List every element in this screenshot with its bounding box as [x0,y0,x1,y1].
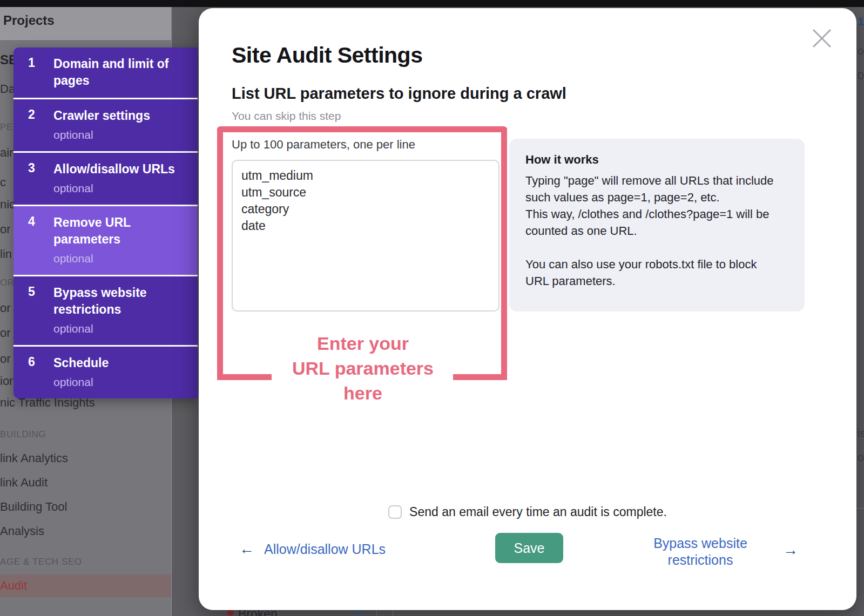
email-checkbox-row: Send an email every time an audit is com… [199,505,856,519]
background-right-divider [856,508,864,509]
email-checkbox-label: Send an email every time an audit is com… [409,505,667,519]
step-title: Schedule [53,355,178,371]
step-title: Crawler settings [53,107,178,124]
background-topbar [0,0,864,7]
step-crawler-settings[interactable]: 2 Crawler settings optional [14,99,198,151]
sidebar-item-bulk-analysis: Analysis [0,524,44,538]
sidebar-item-backlink-audit: link Audit [0,476,48,490]
background-right-fragment: o [858,44,864,57]
url-parameters-textarea[interactable]: utm_medium utm_source category date [232,160,500,312]
step-number: 6 [14,355,53,390]
step-heading: List URL parameters to ignore during a c… [232,85,566,103]
background-right-fragment: is [858,427,864,439]
sidebar-fragment: or [0,352,11,366]
how-it-works-panel: How it works Typing "page" will remove a… [509,139,805,312]
how-it-works-title: How it works [525,153,788,167]
screen: Projects SE Da PET ain c nic or lin OR o… [0,0,864,616]
sidebar-item-link-building: Building Tool [0,500,67,514]
step-bypass-website-restrictions[interactable]: 5 Bypass website restrictions optional [14,276,198,345]
sidebar-fragment: or [0,222,11,236]
how-it-works-body: Typing "page" will remove all URLs that … [525,172,788,289]
parameters-field-label: Up to 100 parameters, one per line [232,138,415,152]
step-number: 1 [14,56,53,90]
sidebar-fragment: Da [0,82,15,96]
step-title: Bypass website restrictions [53,285,178,318]
back-link-allow-disallow[interactable]: ← Allow/disallow URLs [239,540,386,558]
step-optional-label: optional [53,126,178,143]
sidebar-fragment: nic [0,198,15,212]
sidebar-section-header: AGE & TECH SEO [0,557,82,567]
arrow-right-icon: → [783,541,798,559]
email-checkbox[interactable] [388,505,402,519]
arrow-left-icon: ← [239,540,254,558]
step-optional-label: optional [53,250,178,267]
modal-title: Site Audit Settings [232,43,422,68]
site-audit-settings-modal: Site Audit Settings List URL parameters … [199,8,856,610]
step-number: 5 [14,285,53,337]
wizard-steps-panel: 1 Domain and limit of pages 2 Crawler se… [14,48,198,398]
sidebar-fragment: c [0,175,6,189]
background-right-fragment: 00 [858,69,864,82]
step-number: 3 [14,161,53,197]
step-title: Domain and limit of pages [53,56,178,89]
step-optional-label: optional [53,180,178,197]
next-link-bypass-restrictions[interactable]: Bypass website restrictions [625,535,776,568]
sidebar-item-site-audit: Audit [0,579,27,593]
sidebar-fragment: or [0,326,11,340]
step-number: 2 [14,107,53,143]
close-icon[interactable] [809,25,835,51]
sidebar-fragment: or [0,301,11,315]
step-number: 4 [14,214,53,267]
step-allow-disallow-urls[interactable]: 3 Allow/disallow URLs optional [14,153,198,205]
sidebar-section-header: BUILDING [0,429,46,440]
save-button[interactable]: Save [495,533,563,563]
background-right-fragment: or [858,451,864,464]
back-link-label: Allow/disallow URLs [264,541,386,557]
step-remove-url-parameters[interactable]: 4 Remove URL parameters optional [14,206,198,275]
step-subheading: You can skip this step [232,110,341,123]
step-title: Remove URL parameters [53,214,178,248]
step-domain-and-limit[interactable]: 1 Domain and limit of pages [14,48,198,98]
step-optional-label: optional [53,374,178,390]
sidebar-fragment: lin [0,247,12,261]
step-optional-label: optional [53,320,178,337]
annotation-text: Enter your URL parameters here [244,331,482,405]
step-schedule[interactable]: 6 Schedule optional [14,347,198,398]
step-title: Allow/disallow URLs [53,161,178,178]
background-right-fragment: 10 [858,15,864,28]
projects-label: Projects [3,13,55,28]
sidebar-item-backlink-analytics: link Analytics [0,451,68,465]
sidebar-section-header: OR [0,277,15,288]
